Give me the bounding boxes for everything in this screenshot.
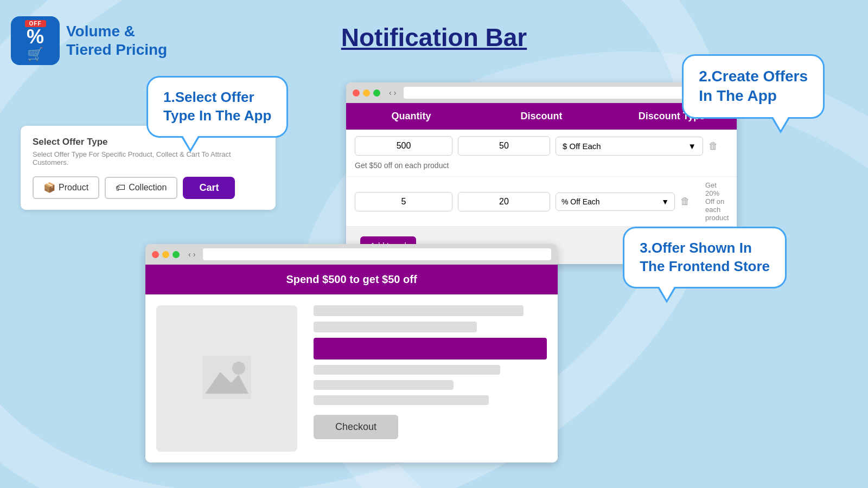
collection-button[interactable]: 🏷 Collection xyxy=(105,177,177,199)
maximize-window-button[interactable] xyxy=(373,89,380,97)
product-line-2 xyxy=(314,322,477,332)
storefront-maximize-button[interactable] xyxy=(173,251,180,258)
collection-icon: 🏷 xyxy=(116,182,125,194)
step1-bubble: 1.Select Offer Type In The App xyxy=(146,76,288,138)
delete-row-1-button[interactable]: 🗑 xyxy=(709,140,728,152)
storefront-titlebar: ‹› xyxy=(145,244,558,265)
discount-type-select-1[interactable]: $ Off Each ▼ xyxy=(556,137,703,156)
storefront-minimize-button[interactable] xyxy=(162,251,169,258)
storefront-url-bar[interactable] xyxy=(203,248,551,260)
product-line-3 xyxy=(314,365,500,375)
col-discount-header: Discount xyxy=(476,103,607,130)
step3-bubble: 3.Offer Shown In The Frontend Store xyxy=(623,227,787,288)
storefront-window: ‹› Spend $500 to get $50 off xyxy=(145,244,558,463)
delete-row-2-button[interactable]: 🗑 xyxy=(680,196,700,207)
quantity-input-1[interactable] xyxy=(355,136,452,156)
close-window-button[interactable] xyxy=(353,89,360,97)
product-line-5 xyxy=(314,395,489,405)
nav-arrows[interactable]: ‹› xyxy=(389,88,396,97)
row1-description: Get $50 off on each product xyxy=(355,161,452,170)
step2-bubble: 2.Create Offers In The App xyxy=(682,54,825,119)
notification-bar: Spend $500 to get $50 off xyxy=(145,265,558,294)
pricing-row-2: % Off Each ▼ 🗑 Get 20% Off on each produ… xyxy=(346,177,737,227)
dropdown-arrow-icon-2: ▼ xyxy=(661,197,669,206)
store-content: Checkout xyxy=(145,294,558,463)
checkout-button[interactable]: Checkout xyxy=(314,415,398,439)
discount-type-select-2[interactable]: % Off Each ▼ xyxy=(556,192,675,211)
dropdown-arrow-icon: ▼ xyxy=(688,142,696,151)
discount-input-1[interactable] xyxy=(458,136,550,156)
product-line-1 xyxy=(314,305,524,316)
row2-description: Get 20% Off on each product xyxy=(705,181,729,222)
offer-type-buttons: 📦 Product 🏷 Collection Cart xyxy=(33,176,264,199)
quantity-input-2[interactable] xyxy=(355,192,452,211)
svg-point-2 xyxy=(232,362,245,375)
storefront-close-button[interactable] xyxy=(152,251,159,258)
pricing-row-1: $ Off Each ▼ 🗑 Get $50 off on each produ… xyxy=(346,130,737,177)
url-bar[interactable] xyxy=(404,87,730,99)
product-details: Checkout xyxy=(314,305,547,452)
window-titlebar: ‹› xyxy=(346,82,737,103)
product-button[interactable]: 📦 Product xyxy=(33,176,99,199)
discount-input-2[interactable] xyxy=(458,192,550,211)
product-image-placeholder xyxy=(156,305,297,452)
product-icon: 📦 xyxy=(43,182,55,194)
offer-type-panel: Select Offer Type Select Offer Type For … xyxy=(21,126,276,210)
product-price-bar xyxy=(314,338,547,359)
cart-button[interactable]: Cart xyxy=(183,177,235,199)
image-placeholder-icon xyxy=(200,353,254,404)
offer-type-subtitle: Select Offer Type For Specific Product, … xyxy=(33,150,264,166)
storefront-nav-arrows[interactable]: ‹› xyxy=(188,250,195,259)
page-title: Notification Bar xyxy=(0,23,868,52)
minimize-window-button[interactable] xyxy=(363,89,370,97)
product-line-4 xyxy=(314,380,454,390)
offer-type-title: Select Offer Type xyxy=(33,137,264,147)
col-quantity-header: Quantity xyxy=(346,103,476,130)
